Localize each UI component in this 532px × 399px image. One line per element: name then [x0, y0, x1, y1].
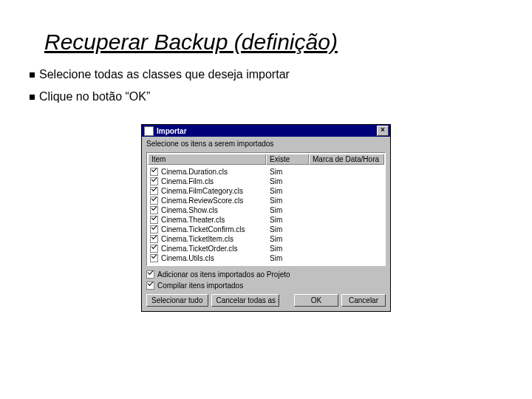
list-item[interactable]: Cinema.Utils.clsSim	[150, 253, 382, 263]
checkbox-icon[interactable]	[150, 245, 158, 253]
list-item[interactable]: Cinema.TicketItem.clsSim	[150, 234, 382, 244]
checkbox-icon[interactable]	[146, 282, 154, 290]
item-name: Cinema.TicketOrder.cls	[161, 244, 270, 253]
list-item[interactable]: Cinema.Theater.clsSim	[150, 215, 382, 225]
checkbox-label: Adicionar os itens importados ao Projeto	[157, 270, 290, 279]
list-item[interactable]: Cinema.ReviewScore.clsSim	[150, 196, 382, 205]
items-listbox: Item Existe Marca de Data/Hora Cinema.Du…	[146, 152, 386, 266]
dialog-title: Importar	[157, 127, 187, 135]
item-exists: Sim	[270, 215, 313, 225]
close-button[interactable]: ×	[377, 126, 389, 136]
compile-checkbox[interactable]: Compilar itens importados	[146, 282, 386, 290]
cancel-button[interactable]: Cancelar	[341, 294, 386, 307]
deselect-all-button[interactable]: Cancelar todas as seleções	[211, 294, 279, 307]
checkbox-icon[interactable]	[150, 187, 158, 195]
item-name: Cinema.Theater.cls	[161, 215, 270, 225]
item-name: Cinema.Film.cls	[161, 177, 270, 186]
list-item[interactable]: Cinema.TicketConfirm.clsSim	[150, 225, 382, 234]
checkbox-icon[interactable]	[150, 216, 158, 224]
item-name: Cinema.Show.cls	[161, 205, 270, 215]
checkbox-label: Compilar itens importados	[157, 282, 243, 290]
item-exists: Sim	[270, 196, 313, 205]
dialog-titlebar: Importar ×	[142, 125, 390, 137]
list-item[interactable]: Cinema.TicketOrder.clsSim	[150, 244, 382, 253]
item-name: Cinema.ReviewScore.cls	[161, 196, 270, 205]
ok-button[interactable]: OK	[294, 294, 338, 307]
column-header-exists[interactable]: Existe	[266, 154, 309, 165]
checkbox-icon[interactable]	[150, 197, 158, 205]
app-icon	[144, 126, 154, 136]
bullet-icon	[30, 95, 35, 100]
item-exists: Sim	[270, 186, 313, 196]
add-to-project-checkbox[interactable]: Adicionar os itens importados ao Projeto	[146, 270, 386, 279]
checkbox-icon[interactable]	[150, 168, 158, 176]
item-exists: Sim	[270, 244, 313, 253]
bullet-icon	[30, 72, 35, 78]
checkbox-icon[interactable]	[150, 235, 158, 243]
bullet-text: Clique no botão “OK”	[39, 90, 150, 103]
list-item[interactable]: Cinema.Show.clsSim	[150, 205, 382, 215]
checkbox-icon[interactable]	[150, 206, 158, 214]
checkbox-icon[interactable]	[150, 254, 158, 262]
item-name: Cinema.Duration.cls	[161, 167, 270, 177]
item-exists: Sim	[270, 205, 313, 215]
bullet-item: Selecione todas as classes que deseja im…	[30, 68, 502, 81]
bullet-item: Clique no botão “OK”	[30, 90, 502, 103]
bullet-text: Selecione todas as classes que deseja im…	[39, 68, 290, 81]
column-header-item[interactable]: Item	[148, 154, 266, 165]
checkbox-icon[interactable]	[150, 225, 158, 233]
page-title: Recuperar Backup (definição)	[44, 30, 502, 55]
item-name: Cinema.Utils.cls	[161, 253, 270, 263]
column-header-timestamp[interactable]: Marca de Data/Hora	[309, 154, 384, 165]
list-item[interactable]: Cinema.Duration.clsSim	[150, 167, 382, 177]
item-exists: Sim	[270, 225, 313, 234]
item-name: Cinema.FilmCategory.cls	[161, 186, 270, 196]
item-exists: Sim	[270, 167, 313, 177]
select-all-button[interactable]: Selecionar tudo	[146, 294, 208, 307]
dialog-subtitle: Selecione os itens a serem importados	[142, 137, 390, 151]
item-exists: Sim	[270, 253, 313, 263]
checkbox-icon[interactable]	[150, 177, 158, 185]
item-name: Cinema.TicketItem.cls	[161, 234, 270, 244]
checkbox-icon[interactable]	[146, 270, 154, 279]
item-exists: Sim	[270, 177, 313, 186]
item-name: Cinema.TicketConfirm.cls	[161, 225, 270, 234]
list-item[interactable]: Cinema.FilmCategory.clsSim	[150, 186, 382, 196]
import-dialog: Importar × Selecione os itens a serem im…	[141, 124, 391, 312]
list-item[interactable]: Cinema.Film.clsSim	[150, 177, 382, 186]
item-exists: Sim	[270, 234, 313, 244]
